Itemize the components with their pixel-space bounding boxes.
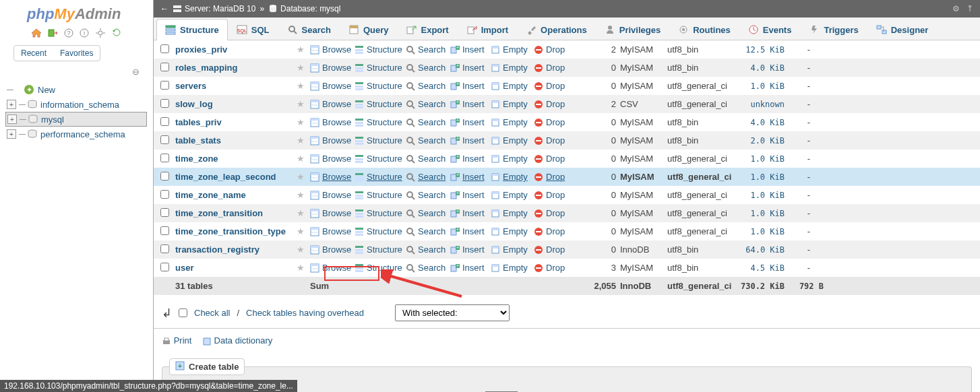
drop-action[interactable]: Drop: [534, 226, 573, 236]
table-name-link[interactable]: time_zone_leap_second: [175, 172, 276, 182]
table-name-link[interactable]: roles_mapping: [175, 63, 237, 73]
table-name-link[interactable]: tables_priv: [175, 117, 222, 127]
logout-icon[interactable]: [47, 28, 58, 38]
home-icon[interactable]: [31, 28, 42, 38]
empty-action[interactable]: Empty: [491, 172, 534, 182]
row-checkbox[interactable]: [160, 117, 169, 126]
browse-action[interactable]: Browse: [310, 226, 355, 236]
tree-item[interactable]: + information_schema: [5, 97, 153, 112]
favorite-star[interactable]: ★: [297, 135, 310, 145]
favorite-star[interactable]: ★: [297, 44, 310, 55]
row-checkbox[interactable]: [160, 263, 169, 271]
table-name-link[interactable]: time_zone_transition_type: [175, 226, 286, 236]
data-dictionary-link[interactable]: Data dictionary: [202, 335, 272, 346]
expand-icon[interactable]: +: [7, 100, 16, 109]
expand-icon[interactable]: +: [7, 115, 17, 124]
row-checkbox[interactable]: [160, 190, 169, 199]
favorite-star[interactable]: ★: [297, 172, 310, 182]
server-link[interactable]: MariaDB 10: [213, 4, 255, 13]
insert-action[interactable]: +Insert: [450, 81, 491, 91]
row-checkbox[interactable]: [160, 172, 169, 181]
structure-action[interactable]: Structure: [355, 244, 406, 255]
structure-action[interactable]: Structure: [355, 135, 406, 145]
structure-action[interactable]: Structure: [355, 99, 406, 109]
browse-action[interactable]: Browse: [310, 208, 355, 218]
tab-privileges[interactable]: Privileges: [596, 19, 669, 40]
search-action[interactable]: Search: [406, 172, 450, 182]
empty-action[interactable]: Empty: [491, 263, 534, 273]
empty-action[interactable]: Empty: [491, 99, 534, 109]
insert-action[interactable]: +Insert: [450, 263, 491, 273]
insert-action[interactable]: +Insert: [450, 172, 491, 182]
tree-item[interactable]: + mysql: [5, 112, 147, 127]
tab-query[interactable]: Query: [340, 19, 398, 40]
empty-action[interactable]: Empty: [491, 81, 534, 91]
table-name-link[interactable]: table_stats: [175, 135, 221, 145]
row-checkbox[interactable]: [160, 63, 169, 71]
search-action[interactable]: Search: [406, 154, 450, 164]
structure-action[interactable]: Structure: [355, 208, 406, 218]
tab-favorites[interactable]: Favorites: [53, 46, 100, 61]
favorite-star[interactable]: ★: [297, 63, 310, 73]
table-name-link[interactable]: slow_log: [175, 99, 213, 109]
table-name-link[interactable]: user: [175, 263, 193, 273]
table-name-link[interactable]: transaction_registry: [175, 244, 259, 255]
insert-action[interactable]: +Insert: [450, 226, 491, 236]
empty-action[interactable]: Empty: [491, 44, 534, 55]
insert-action[interactable]: +Insert: [450, 154, 491, 164]
empty-action[interactable]: Empty: [491, 226, 534, 236]
empty-action[interactable]: Empty: [491, 154, 534, 164]
row-checkbox[interactable]: [160, 154, 169, 162]
search-action[interactable]: Search: [406, 190, 450, 200]
empty-action[interactable]: Empty: [491, 244, 534, 255]
tab-import[interactable]: Import: [458, 19, 517, 40]
empty-action[interactable]: Empty: [491, 63, 534, 73]
structure-action[interactable]: Structure: [355, 81, 406, 91]
table-name-link[interactable]: proxies_priv: [175, 44, 227, 55]
search-action[interactable]: Search: [406, 99, 450, 109]
drop-action[interactable]: Drop: [534, 208, 573, 218]
insert-action[interactable]: +Insert: [450, 63, 491, 73]
structure-action[interactable]: Structure: [355, 190, 406, 200]
insert-action[interactable]: +Insert: [450, 190, 491, 200]
with-selected-dropdown[interactable]: With selected:: [395, 304, 510, 321]
favorite-star[interactable]: ★: [297, 117, 310, 127]
drop-action[interactable]: Drop: [534, 190, 573, 200]
browse-action[interactable]: Browse: [310, 99, 355, 109]
browse-action[interactable]: Browse: [310, 117, 355, 127]
drop-action[interactable]: Drop: [534, 263, 573, 273]
row-checkbox[interactable]: [160, 135, 169, 144]
empty-action[interactable]: Empty: [491, 117, 534, 127]
drop-action[interactable]: Drop: [534, 63, 573, 73]
favorite-star[interactable]: ★: [297, 99, 310, 109]
search-action[interactable]: Search: [406, 263, 450, 273]
tab-sql[interactable]: SQLSQL: [228, 19, 278, 40]
tab-structure[interactable]: Structure: [156, 19, 228, 40]
row-checkbox[interactable]: [160, 208, 169, 217]
insert-action[interactable]: +Insert: [450, 117, 491, 127]
check-all-checkbox[interactable]: [179, 308, 187, 317]
favorite-star[interactable]: ★: [297, 154, 310, 164]
tab-search[interactable]: Search: [278, 19, 340, 40]
browse-action[interactable]: Browse: [310, 172, 355, 182]
table-name-link[interactable]: time_zone_name: [175, 190, 246, 200]
favorite-star[interactable]: ★: [297, 190, 310, 200]
tab-operations[interactable]: Operations: [517, 19, 596, 40]
favorite-star[interactable]: ★: [297, 81, 310, 91]
database-link[interactable]: mysql: [319, 4, 340, 13]
insert-action[interactable]: +Insert: [450, 208, 491, 218]
tab-triggers[interactable]: Triggers: [800, 19, 867, 40]
search-action[interactable]: Search: [406, 44, 450, 55]
collapse-top-icon[interactable]: ⤒: [967, 4, 973, 13]
row-checkbox[interactable]: [160, 44, 169, 53]
favorite-star[interactable]: ★: [297, 244, 310, 255]
drop-action[interactable]: Drop: [534, 99, 573, 109]
insert-action[interactable]: +Insert: [450, 99, 491, 109]
favorite-star[interactable]: ★: [297, 263, 310, 273]
drop-action[interactable]: Drop: [534, 154, 573, 164]
print-link[interactable]: Print: [162, 335, 191, 346]
browse-action[interactable]: Browse: [310, 44, 355, 55]
insert-action[interactable]: +Insert: [450, 44, 491, 55]
search-action[interactable]: Search: [406, 135, 450, 145]
check-overhead-link[interactable]: Check tables having overhead: [246, 308, 364, 318]
